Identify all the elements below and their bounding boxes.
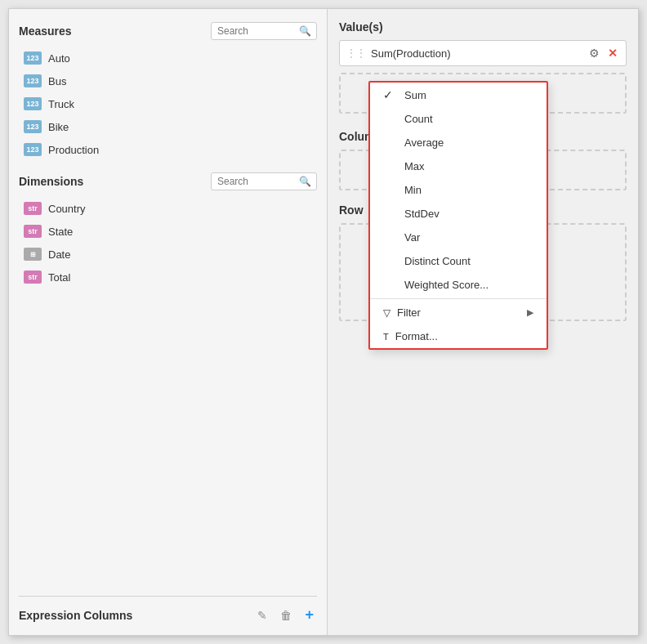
dropdown-item-var[interactable]: Var <box>370 226 547 249</box>
field-label: Bus <box>48 75 66 87</box>
drag-handle-icon: ⋮⋮ <box>346 47 366 59</box>
chip-gear-button[interactable]: ⚙ <box>587 45 601 61</box>
list-item[interactable]: 123 Bus <box>19 71 317 91</box>
submenu-arrow-icon: ▶ <box>527 307 533 318</box>
expression-actions: ✎ 🗑 + <box>254 605 317 625</box>
dimensions-header: Dimensions 🔍 <box>19 172 317 190</box>
dimensions-search-input[interactable] <box>217 176 299 187</box>
measures-header: Measures 🔍 <box>19 22 317 40</box>
checkmark-icon: ✓ <box>383 88 396 101</box>
add-expression-button[interactable]: + <box>301 605 317 625</box>
list-item[interactable]: 123 Bike <box>19 117 317 136</box>
dropdown-item-format[interactable]: T Format... <box>370 324 547 348</box>
filter-icon: ▽ <box>383 307 390 319</box>
list-item[interactable]: ⊞ Date <box>19 244 317 264</box>
dropdown-item-sum[interactable]: ✓ Sum <box>370 83 547 107</box>
dropdown-item-label: Distinct Count <box>404 255 471 267</box>
badge-str: str <box>24 225 42 238</box>
left-panel: Measures 🔍 123 Auto 123 Bus 123 Truck 12… <box>9 9 328 635</box>
chip-label: Sum(Production) <box>371 47 582 60</box>
badge-num: 123 <box>24 51 42 65</box>
field-label: Bike <box>48 121 69 133</box>
measures-search-icon: 🔍 <box>299 25 311 37</box>
field-label: Total <box>48 271 70 284</box>
dropdown-item-count[interactable]: Count <box>370 107 547 131</box>
dropdown-item-label: Weighted Score... <box>404 279 489 291</box>
field-label: Date <box>48 248 70 261</box>
dropdown-item-label: Min <box>404 184 422 196</box>
dropdown-item-distinct-count[interactable]: Distinct Count <box>370 249 547 273</box>
edit-expression-button[interactable]: ✎ <box>254 605 270 625</box>
measures-title: Measures <box>19 25 72 38</box>
badge-num: 123 <box>24 74 42 87</box>
badge-num: 123 <box>24 120 42 133</box>
dropdown-item-label: Max <box>404 160 425 172</box>
field-label: Auto <box>48 52 70 65</box>
measures-search-box[interactable]: 🔍 <box>211 22 317 40</box>
dropdown-item-label: Count <box>404 113 433 125</box>
list-item[interactable]: 123 Auto <box>19 48 317 68</box>
dropdown-item-label: Var <box>404 231 420 244</box>
field-label: Production <box>48 144 99 156</box>
values-label: Value(s) <box>339 20 627 34</box>
dropdown-item-filter[interactable]: ▽ Filter ▶ <box>370 301 547 324</box>
dimensions-list: str Country str State ⊞ Date str Total <box>19 199 317 287</box>
list-item[interactable]: str State <box>19 221 317 241</box>
delete-expression-button[interactable]: 🗑 <box>277 605 295 625</box>
badge-str: str <box>24 271 42 284</box>
dropdown-item-weighted-score[interactable]: Weighted Score... <box>370 273 547 297</box>
dropdown-item-label: StdDev <box>404 208 440 220</box>
format-label: Format... <box>395 330 438 342</box>
value-chip: ⋮⋮ Sum(Production) ⚙ ✕ <box>339 40 627 66</box>
dropdown-item-min[interactable]: Min <box>370 178 547 202</box>
right-panel: Value(s) ⋮⋮ Sum(Production) ⚙ ✕ Column(s… <box>328 9 638 635</box>
dimensions-search-icon: 🔍 <box>299 176 311 187</box>
field-label: State <box>48 226 73 238</box>
list-item[interactable]: 123 Truck <box>19 94 317 114</box>
format-icon: T <box>383 332 389 342</box>
filter-label: Filter <box>397 306 421 319</box>
badge-num: 123 <box>24 97 42 110</box>
list-item[interactable]: str Country <box>19 199 317 218</box>
list-item[interactable]: 123 Production <box>19 140 317 159</box>
dropdown-item-max[interactable]: Max <box>370 154 547 178</box>
chip-close-button[interactable]: ✕ <box>606 45 619 61</box>
expression-title: Expression Columns <box>19 609 132 622</box>
expression-section: Expression Columns ✎ 🗑 + <box>19 596 317 625</box>
dropdown-divider <box>370 298 547 299</box>
dropdown-item-label: Average <box>404 136 444 149</box>
aggregation-dropdown: ✓ Sum Count Average Max Min StdDev <box>368 81 548 350</box>
field-label: Country <box>48 203 86 215</box>
badge-date: ⊞ <box>24 248 42 261</box>
list-item[interactable]: str Total <box>19 267 317 287</box>
measures-search-input[interactable] <box>217 25 299 37</box>
dropdown-item-average[interactable]: Average <box>370 131 547 154</box>
app-container: Measures 🔍 123 Auto 123 Bus 123 Truck 12… <box>8 8 639 636</box>
measures-list: 123 Auto 123 Bus 123 Truck 123 Bike 123 … <box>19 48 317 159</box>
dropdown-item-stddev[interactable]: StdDev <box>370 202 547 226</box>
dimensions-search-box[interactable]: 🔍 <box>211 172 317 190</box>
field-label: Truck <box>48 98 74 110</box>
dropdown-item-label: Sum <box>404 89 426 101</box>
badge-str: str <box>24 202 42 215</box>
dimensions-title: Dimensions <box>19 175 83 188</box>
badge-num: 123 <box>24 143 42 156</box>
